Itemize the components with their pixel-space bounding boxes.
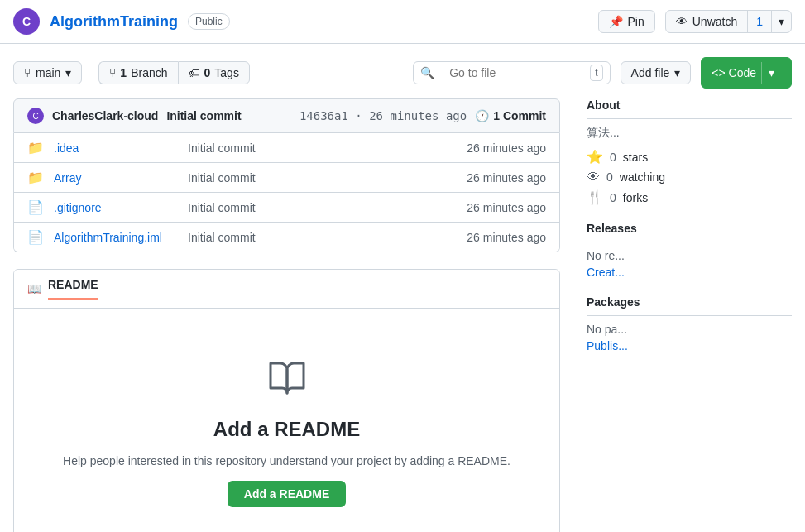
add-file-button[interactable]: Add file ▾ [621,61,692,84]
tag-text: Tags [214,66,239,79]
sidebar-publish-package-link[interactable]: Publis... [587,339,792,352]
readme-heading: Add a README [213,418,360,441]
watch-count[interactable]: 1 [747,11,771,32]
pin-icon: 📌 [609,15,623,28]
file-commit-msg: Initial commit [188,141,429,155]
file-table: 📁 .idea Initial commit 26 minutes ago 📁 … [13,133,560,252]
code-button[interactable]: <> Code ▾ [701,57,792,89]
chevron-down-icon: ▾ [779,15,784,28]
pin-label: Pin [628,15,644,28]
table-row: 📁 Array Initial commit 26 minutes ago [14,163,559,193]
repo-name[interactable]: AlgorithmTraining [50,13,178,31]
file-commit-msg: Initial commit [188,171,429,185]
commit-count-link[interactable]: 🕐 1 Commit [475,109,546,122]
readme-empty-icon [267,358,307,405]
file-icon: 📄 [27,229,44,245]
commit-count-text: 1 Commit [493,109,546,122]
search-icon: 🔍 [414,66,441,79]
sidebar-packages-title: Packages [587,295,792,316]
file-name-link[interactable]: Array [54,171,178,185]
sidebar-releases-none: No re... [587,249,792,262]
code-label: <> Code [712,66,756,79]
sidebar-stats: ⭐ 0 stars 👁 0 watching 🍴 0 forks [587,149,792,205]
sidebar-releases-section: Releases No re... Creat... [587,222,792,279]
chevron-down-icon: ▾ [674,66,680,79]
table-row: 📁 .idea Initial commit 26 minutes ago [14,133,559,163]
sidebar-stat-forks: 🍴 0 forks [587,189,792,205]
sidebar-create-release-link[interactable]: Creat... [587,266,792,279]
tag-count: 0 [204,66,211,79]
file-time: 26 minutes ago [438,141,546,155]
file-name-link[interactable]: .idea [54,141,178,155]
file-commit-msg: Initial commit [188,201,429,214]
main-content: C CharlesClark-cloud Initial commit 1463… [0,98,805,532]
readme-description: Help people interested in this repositor… [63,454,510,467]
branch-selector-button[interactable]: ⑂ main ▾ [13,61,82,84]
sidebar-stat-watching: 👁 0 watching [587,170,792,185]
avatar: C [13,8,40,35]
book-icon: 📖 [27,282,41,295]
fork-icon: 🍴 [587,189,603,205]
add-readme-button[interactable]: Add a README [228,481,346,507]
file-name-link[interactable]: .gitignore [54,201,178,214]
chevron-down-icon: ▾ [65,66,71,79]
branch-icon-small: ⑂ [109,66,116,79]
file-icon: 📄 [27,199,44,215]
branch-name: main [36,66,60,79]
star-icon: ⭐ [587,149,603,165]
commit-bar: C CharlesClark-cloud Initial commit 1463… [13,98,560,133]
readme-body: Add a README Help people interested in t… [14,309,559,532]
sidebar-stat-stars: ⭐ 0 stars [587,149,792,165]
top-bar: C AlgorithmTraining Public 📌 Pin 👁 Unwat… [0,0,805,44]
clock-icon: 🕐 [475,109,489,122]
commit-author-avatar: C [27,108,44,124]
meta-links: ⑂ 1 Branch 🏷 0 Tags [98,61,250,84]
readme-header: 📖 README [14,270,559,309]
branch-count: 1 [120,66,127,79]
branches-link[interactable]: ⑂ 1 Branch [98,61,177,84]
file-time: 26 minutes ago [438,171,546,185]
pin-button[interactable]: 📌 Pin [598,10,655,33]
commit-message: Initial commit [166,109,241,122]
sidebar-releases-title: Releases [587,222,792,242]
folder-icon: 📁 [27,170,44,185]
sidebar-packages-none: No pa... [587,323,792,336]
readme-section: 📖 README Add a README Help people intere… [13,269,560,532]
commit-author[interactable]: CharlesClark-cloud [52,109,158,122]
tags-link[interactable]: 🏷 0 Tags [178,61,250,84]
file-time: 26 minutes ago [438,231,546,244]
file-commit-msg: Initial commit [188,231,429,244]
search-shortcut: t [590,65,602,81]
readme-title: README [48,278,98,300]
file-name-link[interactable]: AlgorithmTraining.iml [54,231,178,244]
sidebar-about-desc: 算法... [587,126,792,141]
eye-icon: 👁 [587,170,600,185]
code-dropdown-button[interactable]: ▾ [761,62,781,84]
go-to-file-search: 🔍 t [413,61,610,84]
search-input[interactable] [441,62,590,84]
watch-button-group: 👁 Unwatch 1 ▾ [665,10,792,33]
tag-icon: 🏷 [189,66,200,79]
watch-dropdown-button[interactable]: ▾ [771,11,791,32]
table-row: 📄 AlgorithmTraining.iml Initial commit 2… [14,223,559,252]
commit-sha: 14636a1 · 26 minutes ago [299,109,467,122]
watch-button[interactable]: 👁 Unwatch [666,11,747,32]
add-file-label: Add file [631,66,670,79]
repo-content: C CharlesClark-cloud Initial commit 1463… [0,98,573,532]
file-time: 26 minutes ago [438,201,546,214]
sidebar-about-title: About [587,98,792,119]
branch-icon: ⑂ [24,66,31,79]
toolbar-row: ⑂ main ▾ ⑂ 1 Branch 🏷 0 Tags 🔍 t Add fil… [0,44,805,98]
visibility-badge: Public [188,13,230,30]
eye-icon: 👁 [676,15,688,28]
sidebar: About 算法... ⭐ 0 stars 👁 0 watching 🍴 0 [573,98,805,532]
sidebar-packages-section: Packages No pa... Publis... [587,295,792,352]
table-row: 📄 .gitignore Initial commit 26 minutes a… [14,193,559,223]
folder-icon: 📁 [27,140,44,156]
branch-text: Branch [131,66,167,79]
sidebar-about-section: About 算法... ⭐ 0 stars 👁 0 watching 🍴 0 [587,98,792,205]
watch-label: Unwatch [692,15,737,28]
